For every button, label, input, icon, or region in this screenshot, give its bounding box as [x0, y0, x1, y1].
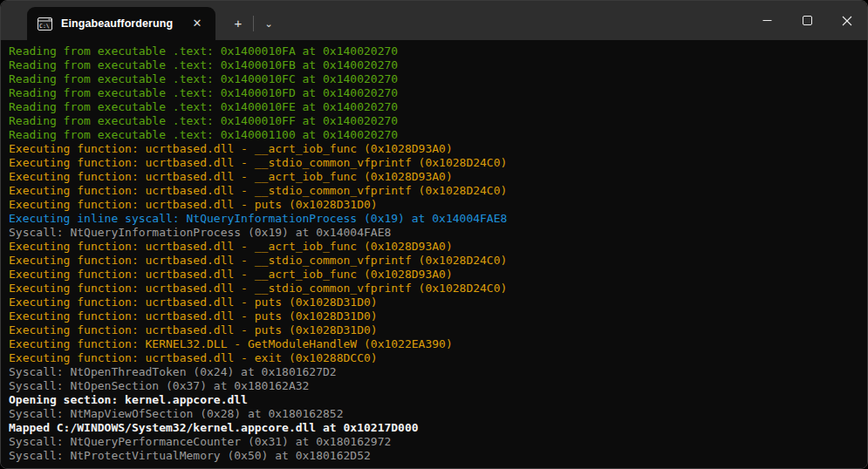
terminal-line: Executing function: ucrtbased.dll - puts… — [9, 296, 864, 309]
terminal-line: Reading from executable .text: 0x1400010… — [9, 44, 864, 58]
maximize-button[interactable] — [787, 1, 827, 40]
terminal-line: Executing function: ucrtbased.dll - __ac… — [9, 170, 864, 184]
terminal-line: Syscall: NtProtectVirtualMemory (0x50) a… — [9, 449, 864, 463]
terminal-output[interactable]: Reading from executable .text: 0x1400010… — [1, 40, 867, 468]
cmd-prompt-icon: C:\ — [38, 17, 52, 31]
terminal-line: Executing function: ucrtbased.dll - __st… — [9, 254, 864, 268]
terminal-line: Executing inline syscall: NtQueryInforma… — [9, 212, 864, 226]
terminal-line: Reading from executable .text: 0x1400010… — [9, 86, 864, 100]
new-tab-button[interactable]: + — [225, 10, 251, 37]
terminal-line: Reading from executable .text: 0x1400010… — [9, 100, 864, 114]
tabbar-divider — [253, 16, 254, 31]
tab-eingabeaufforderung[interactable]: C:\ Eingabeaufforderung ✕ — [27, 7, 215, 40]
cmd-icon-text: C:\ — [39, 22, 50, 29]
terminal-line: Executing function: ucrtbased.dll - __st… — [9, 156, 864, 170]
terminal-line: Executing function: ucrtbased.dll - __ac… — [9, 240, 864, 254]
tab-title: Eingabeaufforderung — [61, 17, 181, 30]
terminal-line: Reading from executable .text: 0x1400010… — [9, 72, 864, 86]
terminal-line: Executing function: ucrtbased.dll - exit… — [9, 351, 864, 365]
terminal-line: Executing function: ucrtbased.dll - puts… — [9, 309, 864, 323]
terminal-line: Syscall: NtOpenSection (0x37) at 0x18016… — [9, 379, 864, 393]
terminal-line: Mapped C:/WINDOWS/System32/kernel.appcor… — [9, 421, 864, 435]
terminal-line: Syscall: NtQueryInformationProcess (0x19… — [9, 226, 864, 240]
maximize-icon — [803, 16, 812, 25]
close-window-button[interactable] — [827, 1, 867, 40]
terminal-line: Reading from executable .text: 0x1400010… — [9, 114, 864, 128]
titlebar-drag-region[interactable] — [282, 1, 747, 40]
terminal-line: Executing function: ucrtbased.dll - puts… — [9, 323, 864, 337]
terminal-window: C:\ Eingabeaufforderung ✕ + ⌄ — [0, 0, 868, 469]
terminal-line: Executing function: ucrtbased.dll - puts… — [9, 198, 864, 212]
terminal-line: Opening section: kernel.appcore.dll — [9, 393, 864, 407]
tab-dropdown-button[interactable]: ⌄ — [256, 10, 282, 37]
terminal-line: Reading from executable .text: 0x1400011… — [9, 128, 864, 142]
window-controls — [747, 1, 867, 40]
terminal-line: Executing function: ucrtbased.dll - __ac… — [9, 142, 864, 156]
terminal-line: Syscall: NtQueryPerformanceCounter (0x31… — [9, 435, 864, 449]
titlebar[interactable]: C:\ Eingabeaufforderung ✕ + ⌄ — [1, 1, 867, 40]
minimize-icon — [762, 16, 772, 25]
terminal-line: Syscall: NtMapViewOfSection (0x28) at 0x… — [9, 407, 864, 421]
terminal-line: Executing function: ucrtbased.dll - __st… — [9, 282, 864, 296]
terminal-line: Executing function: ucrtbased.dll - __st… — [9, 184, 864, 198]
terminal-line: Executing function: ucrtbased.dll - __ac… — [9, 268, 864, 282]
tab-close-icon[interactable]: ✕ — [188, 14, 207, 33]
terminal-line: Reading from executable .text: 0x1400010… — [9, 58, 864, 72]
close-icon — [842, 16, 852, 26]
terminal-line: Syscall: NtOpenThreadToken (0x24) at 0x1… — [9, 365, 864, 379]
minimize-button[interactable] — [747, 1, 787, 40]
terminal-line: Executing function: KERNEL32.DLL - GetMo… — [9, 337, 864, 351]
